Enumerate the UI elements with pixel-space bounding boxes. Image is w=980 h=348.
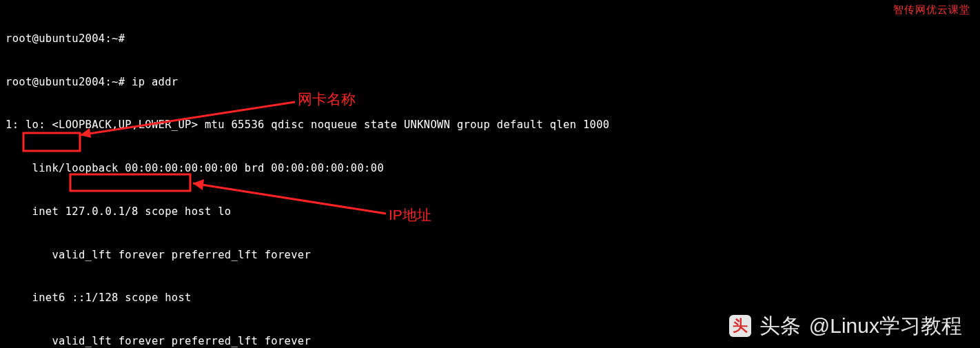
command-line: root@ubuntu2004:~# ip addr [6,75,974,90]
watermark-bottom: 头 头条 @Linux学习教程 [729,312,962,340]
output-line: inet 127.0.0.1/8 scope host lo [6,205,974,219]
output-line: 1: lo: <LOOPBACK,UP,LOWER_UP> mtu 65536 … [6,118,974,132]
prompt-line: root@ubuntu2004:~# [6,32,974,46]
toutiao-icon: 头 [729,315,751,337]
watermark-prefix: 头条 [759,312,801,340]
output-line: inet6 ::1/128 scope host [6,291,974,305]
output-line: valid_lft forever preferred_lft forever [6,248,974,263]
watermark-handle: @Linux学习教程 [809,312,962,340]
watermark-top: 智传网优云课堂 [893,3,970,17]
terminal-output[interactable]: root@ubuntu2004:~# root@ubuntu2004:~# ip… [0,0,980,348]
output-line: link/loopback 00:00:00:00:00:00 brd 00:0… [6,161,974,176]
